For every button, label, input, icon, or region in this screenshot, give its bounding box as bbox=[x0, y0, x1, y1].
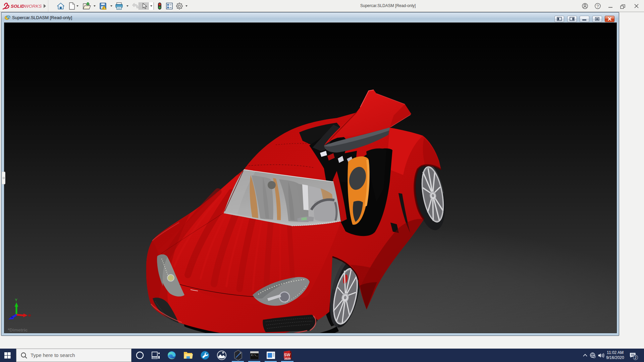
svg-text:?: ? bbox=[597, 4, 599, 9]
svg-text:Y: Y bbox=[15, 298, 18, 302]
svg-text:SOLIDWORKS: SOLIDWORKS bbox=[11, 4, 42, 9]
svg-text:2: 2 bbox=[635, 356, 637, 360]
svg-text:!: ! bbox=[103, 7, 104, 10]
